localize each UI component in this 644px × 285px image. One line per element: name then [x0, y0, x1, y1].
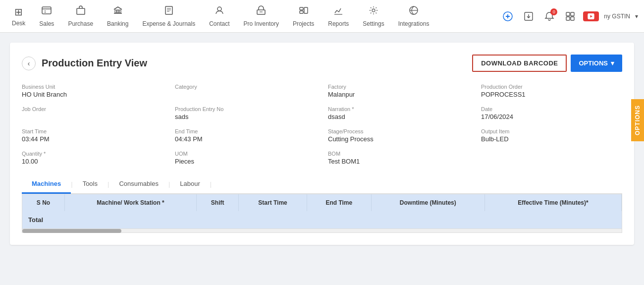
tab-sep-4: | [210, 175, 212, 193]
field-production-order: Production Order POPROCESS1 [481, 84, 622, 98]
field-bom: BOM Test BOM1 [328, 151, 469, 165]
main-content: ‹ Production Entry View DOWNLOAD BARCODE… [0, 33, 644, 285]
options-button[interactable]: OPTIONS ▾ [571, 55, 622, 72]
sales-icon [41, 5, 52, 18]
table-header-row: S No Machine/ Work Station * Shift Start… [22, 194, 622, 211]
narration-label: Narration * [328, 106, 469, 112]
desk-icon: ⊞ [14, 6, 23, 18]
field-date: Date 17/06/2024 [481, 106, 622, 120]
notification-badge: 0 [550, 8, 557, 15]
field-output-item: Output Item Bulb-LED [481, 128, 622, 143]
svg-point-6 [217, 7, 221, 11]
svg-point-11 [372, 9, 375, 12]
col-downtime: Downtime (Minutes) [371, 194, 484, 211]
tab-tools[interactable]: Tools [73, 175, 107, 194]
svg-rect-18 [571, 17, 574, 20]
business-unit-label: Business Unit [22, 84, 163, 90]
tabs-container: Machines | Tools | Consumables | Labour … [22, 175, 622, 194]
business-unit-value: HO Unit Branch [22, 91, 163, 98]
nav-item-contact[interactable]: Contact [203, 1, 235, 31]
options-sidebar-tab[interactable]: OPTIONS [631, 99, 644, 141]
table-container: S No Machine/ Work Station * Shift Start… [22, 194, 622, 233]
production-entry-no-value: sads [175, 113, 316, 120]
gstin-label[interactable]: ny GSTIN [604, 13, 630, 20]
nav-label-desk: Desk [12, 20, 25, 27]
purchase-icon [75, 5, 86, 18]
field-start-time: Start Time 03:44 PM [22, 128, 163, 143]
scrollbar-area[interactable] [22, 228, 622, 232]
nav-items: ⊞ Desk Sales Purchase Banking Expense [6, 1, 500, 31]
scrollbar-thumb[interactable] [22, 229, 121, 233]
narration-value: dsasd [328, 113, 469, 120]
tab-consumables[interactable]: Consumables [109, 175, 168, 194]
svg-rect-3 [117, 10, 118, 13]
options-label: OPTIONS [579, 59, 608, 67]
total-cell: Total [22, 211, 622, 228]
machines-table: S No Machine/ Work Station * Shift Start… [22, 194, 622, 228]
nav-item-purchase[interactable]: Purchase [62, 1, 99, 31]
nav-label-expense: Expense & Journals [142, 20, 195, 27]
settings-icon [368, 5, 379, 18]
chevron-down-icon[interactable]: ▾ [635, 13, 638, 20]
svg-rect-4 [119, 10, 121, 13]
download-barcode-button[interactable]: DOWNLOAD BARCODE [472, 55, 567, 72]
svg-rect-0 [42, 7, 51, 14]
card-header: ‹ Production Entry View DOWNLOAD BARCODE… [22, 55, 622, 72]
field-narration: Narration * dsasd [328, 106, 469, 120]
svg-rect-8 [300, 7, 303, 10]
start-time-label: Start Time [22, 128, 163, 134]
nav-item-expense[interactable]: Expense & Journals [136, 1, 201, 31]
svg-rect-5 [165, 6, 172, 14]
card-title-group: ‹ Production Entry View [22, 57, 147, 70]
production-order-value: POPROCESS1 [481, 91, 622, 98]
nav-item-desk[interactable]: ⊞ Desk [6, 2, 31, 31]
tab-labour[interactable]: Labour [170, 175, 210, 194]
end-time-label: End Time [175, 128, 316, 134]
field-category: Category [175, 84, 316, 98]
bom-label: BOM [328, 151, 469, 157]
notification-button[interactable]: 0 [541, 8, 557, 24]
col-end-time: End Time [307, 194, 371, 211]
nav-label-purchase: Purchase [68, 20, 93, 27]
nav-label-integrations: Integrations [398, 20, 429, 27]
svg-rect-17 [566, 17, 570, 20]
nav-item-settings[interactable]: Settings [357, 1, 390, 31]
grid-button[interactable] [562, 8, 578, 24]
nav-item-reports[interactable]: Reports [322, 1, 355, 31]
nav-item-projects[interactable]: Projects [287, 1, 320, 31]
nav-label-pro-inventory: Pro Inventory [244, 20, 279, 27]
pro-inventory-icon [256, 5, 267, 18]
tab-machines[interactable]: Machines [22, 175, 71, 194]
nav-label-projects: Projects [293, 20, 314, 27]
nav-label-contact: Contact [209, 20, 229, 27]
svg-rect-1 [77, 8, 85, 14]
youtube-button[interactable] [583, 11, 599, 21]
date-label: Date [481, 106, 622, 112]
nav-item-pro-inventory[interactable]: Pro Inventory [238, 1, 285, 31]
options-chevron-icon: ▾ [611, 59, 614, 67]
date-value: 17/06/2024 [481, 113, 622, 120]
col-sno: S No [22, 194, 64, 211]
contact-icon [214, 5, 225, 18]
add-button[interactable] [500, 8, 516, 24]
category-label: Category [175, 84, 316, 90]
nav-item-banking[interactable]: Banking [101, 1, 134, 31]
field-uom: UOM Pieces [175, 151, 316, 165]
quantity-value: 10.00 [22, 158, 163, 165]
uom-label: UOM [175, 151, 316, 157]
back-button[interactable]: ‹ [22, 57, 36, 70]
field-business-unit: Business Unit HO Unit Branch [22, 84, 163, 98]
nav-item-integrations[interactable]: Integrations [392, 1, 435, 31]
import-button[interactable] [521, 8, 537, 24]
reports-icon [333, 5, 344, 18]
production-entry-card: ‹ Production Entry View DOWNLOAD BARCODE… [10, 43, 634, 245]
svg-rect-15 [566, 12, 570, 16]
top-navigation: ⊞ Desk Sales Purchase Banking Expense [0, 0, 644, 33]
col-start-time: Start Time [239, 194, 307, 211]
nav-item-sales[interactable]: Sales [33, 1, 60, 31]
expense-icon [163, 5, 174, 18]
factory-value: Malanpur [328, 91, 469, 98]
page-title: Production Entry View [42, 57, 147, 69]
nav-label-settings: Settings [363, 20, 384, 27]
stage-value: Cutting Process [328, 135, 469, 143]
